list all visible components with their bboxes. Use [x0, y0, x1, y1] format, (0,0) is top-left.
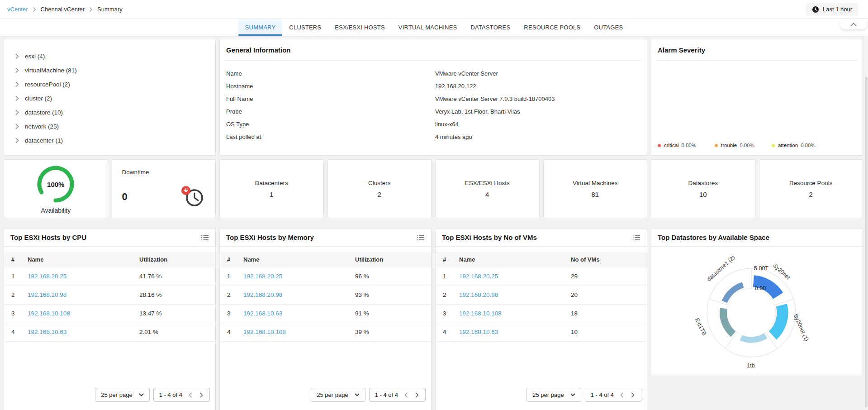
tab-resource-pools[interactable]: RESOURCE POOLS: [517, 19, 587, 36]
host-link[interactable]: 192.168.10.63: [459, 329, 498, 335]
tree-item-virtual-machine[interactable]: virtualMachine (81): [4, 63, 215, 77]
pagination: 25 per page 1 - 4 of 4: [311, 388, 426, 402]
trouble-dot-icon: [715, 144, 718, 147]
downtime-value: 0: [122, 191, 128, 203]
widget-top-datastores: Top Datastores by Available Space Sy20ne…: [651, 228, 863, 376]
tree-item-datacenter[interactable]: datacenter (1): [4, 133, 215, 148]
stat-card-resource-pools[interactable]: Resource Pools 2: [759, 159, 863, 218]
downtime-label: Downtime: [122, 169, 206, 176]
host-link[interactable]: 192.168.10.63: [28, 329, 66, 335]
stat-card-clusters[interactable]: Clusters 2: [327, 159, 432, 218]
legend-critical: critical 0.00%: [658, 143, 715, 148]
stat-card-datacenters[interactable]: Datacenters 1: [219, 159, 324, 218]
chevron-right-icon: [15, 53, 19, 59]
tree-item-network[interactable]: network (25): [4, 119, 215, 133]
tab-summary[interactable]: SUMMARY: [238, 19, 283, 36]
page-nav: 1 - 4 of 4: [369, 388, 426, 402]
host-link[interactable]: 192.168.20.25: [459, 273, 498, 280]
stat-card-virtual-machines[interactable]: Virtual Machines 81: [543, 159, 648, 218]
chevron-right-icon: [15, 67, 19, 73]
table-row: 1192.168.20.2596 %: [220, 267, 431, 286]
datastores-donut-chart: Sy20netSy20net (1)1tbExt1TBdatastore1 (2…: [651, 247, 863, 376]
tab-bar: SUMMARY CLUSTERS ESX/ESXI HOSTS VIRTUAL …: [0, 19, 868, 36]
host-link[interactable]: 192.168.20.98: [459, 291, 498, 298]
prev-page-button[interactable]: [185, 390, 196, 400]
host-link[interactable]: 192.168.20.25: [243, 273, 282, 280]
collapse-button[interactable]: [840, 19, 867, 29]
widget-menu-icon[interactable]: [417, 234, 425, 241]
host-link[interactable]: 192.168.10.108: [28, 310, 70, 317]
next-page-button[interactable]: [412, 390, 422, 400]
tab-esx-hosts[interactable]: ESX/ESXI HOSTS: [328, 19, 391, 36]
widget-title: Top Datastores by Available Space: [658, 234, 769, 241]
chevron-right-icon: [15, 124, 19, 129]
host-link[interactable]: 192.168.10.108: [243, 329, 286, 335]
widget-menu-icon[interactable]: [632, 234, 640, 241]
stat-card-datastores[interactable]: Datastores 10: [651, 159, 755, 218]
top-vms-table: # Name No of VMs 1192.168.20.2529 2192.1…: [436, 252, 647, 342]
chevron-down-icon: [570, 393, 575, 396]
alarm-severity-panel: Alarm Severity critical 0.00% trouble 0.…: [651, 39, 863, 156]
table-row: 3192.168.10.10818: [436, 304, 647, 323]
prev-page-button[interactable]: [401, 390, 412, 400]
scrollbar-track: [864, 36, 868, 410]
widget-top-memory: Top ESXi Hosts by Memory # Name Utilizat…: [219, 228, 432, 410]
pagination: 25 per page 1 - 4 of 4: [95, 388, 210, 402]
chevron-right-icon: [15, 95, 19, 101]
tree-item-cluster[interactable]: cluster (2): [4, 91, 215, 105]
info-row: NameVMware vCenter Server: [226, 67, 640, 80]
info-row: OS Typelinux-x64: [226, 118, 640, 130]
page-nav: 1 - 4 of 4: [585, 388, 641, 402]
host-link[interactable]: 192.168.20.98: [243, 291, 282, 298]
tab-clusters[interactable]: CLUSTERS: [282, 19, 328, 36]
per-page-select[interactable]: 25 per page: [526, 388, 581, 402]
host-link[interactable]: 192.168.10.108: [459, 310, 502, 317]
stat-card-esx-hosts[interactable]: ESX/ESXi Hosts 4: [435, 159, 540, 218]
info-row: Last polled at4 minutes ago: [226, 130, 640, 143]
breadcrumb-link-vcenter[interactable]: vCenter: [7, 6, 28, 13]
table-row: 2192.168.20.9893 %: [220, 286, 431, 304]
table-row: 3192.168.10.10813.47 %: [4, 304, 215, 323]
time-range-button[interactable]: Last 1 hour: [806, 3, 858, 16]
tab-outages[interactable]: OUTAGES: [587, 19, 630, 36]
widget-menu-icon[interactable]: [201, 234, 209, 241]
availability-card: 100% Availability: [4, 159, 108, 218]
info-row: Full NameVMware vCenter Server 7.0.3 bui…: [226, 92, 640, 105]
next-page-button[interactable]: [627, 390, 638, 400]
attention-dot-icon: [772, 144, 775, 147]
tree-item-resource-pool[interactable]: resourcePool (2): [4, 77, 215, 91]
tab-datastores[interactable]: DATASTORES: [464, 19, 517, 36]
legend-trouble: trouble 0.00%: [715, 143, 772, 148]
info-row: Hostname192.168.20.122: [226, 80, 640, 92]
clock-icon: [812, 6, 819, 13]
next-page-button[interactable]: [196, 390, 207, 400]
table-header-row: # Name No of VMs: [436, 252, 647, 267]
table-header-row: # Name Utilization: [220, 252, 431, 267]
host-link[interactable]: 192.168.20.98: [28, 291, 66, 298]
tree-item-esxi[interactable]: esxi (4): [4, 49, 215, 63]
host-link[interactable]: 192.168.20.25: [28, 273, 66, 280]
per-page-select[interactable]: 25 per page: [95, 388, 149, 402]
critical-dot-icon: [658, 144, 661, 147]
chevron-up-icon: [850, 23, 857, 26]
prev-page-button[interactable]: [617, 390, 627, 400]
inventory-tree-panel: esxi (4) virtualMachine (81) resourcePoo…: [4, 39, 216, 156]
table-row: 2192.168.20.9828.16 %: [4, 286, 215, 304]
widget-title: Top ESXi Hosts by CPU: [10, 234, 86, 241]
breadcrumb-item-chennai-vcenter[interactable]: Chennai vCenter: [41, 6, 85, 13]
scrollbar-thumb[interactable]: [865, 77, 868, 407]
table-row: 1192.168.20.2529: [436, 267, 647, 286]
general-info-panel: General Information NameVMware vCenter S…: [219, 39, 647, 156]
chevron-down-icon: [355, 393, 360, 396]
breadcrumb-item-summary: Summary: [97, 6, 123, 13]
chevron-right-icon: [15, 81, 19, 87]
per-page-select[interactable]: 25 per page: [311, 388, 365, 402]
tab-virtual-machines[interactable]: VIRTUAL MACHINES: [392, 19, 464, 36]
page-nav: 1 - 4 of 4: [153, 388, 210, 402]
panel-title: Alarm Severity: [658, 46, 705, 54]
alarm-legend: critical 0.00% trouble 0.00% attention 0…: [658, 143, 858, 148]
host-link[interactable]: 192.168.10.63: [243, 310, 282, 317]
tree-item-datastore[interactable]: datastore (10): [4, 105, 215, 119]
table-row: 4192.168.10.6310: [436, 323, 647, 341]
legend-attention: attention 0.00%: [772, 143, 829, 148]
